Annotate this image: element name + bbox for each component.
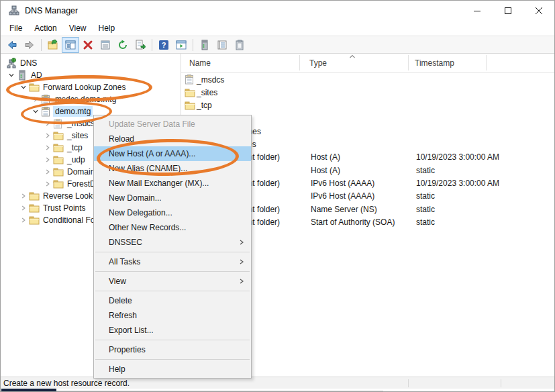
toolbar-refresh-button[interactable] (114, 37, 132, 53)
menubar-item-help[interactable]: Help (93, 21, 121, 35)
tree-item-label: AD (29, 70, 44, 81)
status-separator (408, 379, 409, 387)
tree-item-label: _udp (65, 154, 87, 165)
zone-icon (41, 94, 53, 105)
column-separator[interactable] (486, 55, 487, 70)
toolbar-delete-x-button[interactable] (79, 37, 97, 53)
menu-item-delete[interactable]: Delete (94, 293, 251, 308)
record-row[interactable]: _msdcs (181, 73, 554, 86)
menu-item-new-domain[interactable]: New Domain... (94, 191, 251, 205)
submenu-arrow-icon (239, 277, 244, 286)
folder-icon (53, 179, 65, 189)
zone-icon (53, 118, 65, 129)
folder-icon (185, 88, 195, 97)
collapse-chevron-icon[interactable] (6, 70, 17, 81)
menubar-item-action[interactable]: Action (28, 21, 62, 35)
expand-chevron-icon[interactable] (18, 215, 29, 226)
menubar-item-file[interactable]: File (3, 21, 28, 35)
expand-chevron-icon[interactable] (42, 154, 53, 165)
menu-item-update-server-data-file: Update Server Data File (94, 117, 251, 132)
menu-item-dnssec[interactable]: DNSSEC (94, 235, 251, 250)
tree-item-ad[interactable]: AD (6, 69, 181, 81)
expand-chevron-icon[interactable] (18, 203, 29, 213)
help-icon: ? (158, 40, 169, 50)
record-timestamp: static (409, 166, 435, 175)
record-type: Start of Authority (SOA) (301, 217, 409, 227)
menu-separator (95, 359, 250, 360)
menu-item-new-host-a-or-aaaa[interactable]: New Host (A or AAAA)... (94, 146, 251, 161)
record-type: IPv6 Host (AAAA) (301, 191, 409, 201)
menu-item-label: Delete (109, 296, 132, 305)
menu-item-new-mail-exchanger-mx[interactable]: New Mail Exchanger (MX)... (94, 176, 251, 191)
folder-icon (29, 203, 41, 213)
column-header-name[interactable]: Name (181, 54, 299, 72)
expand-chevron-icon[interactable] (42, 130, 53, 141)
menu-item-help[interactable]: Help (94, 362, 251, 377)
toolbar-record-list-button[interactable] (213, 37, 231, 53)
menu-item-new-delegation[interactable]: New Delegation... (94, 205, 251, 220)
record-timestamp: static (409, 217, 435, 227)
tree-item-label: DNS (18, 58, 39, 68)
menu-item-new-alias-cname[interactable]: New Alias (CNAME)... (94, 161, 251, 176)
server-icon (199, 40, 210, 50)
toolbar-properties-window-button[interactable] (97, 37, 114, 53)
toolbar-open-folder-button[interactable] (44, 37, 62, 53)
tree-item-label: _tcp (65, 142, 85, 153)
toolbar-clipboard-button[interactable] (231, 37, 248, 53)
show-console-tree-icon (65, 40, 76, 50)
toolbar-back-arrow-button[interactable] (3, 37, 21, 53)
expand-chevron-icon[interactable] (42, 166, 53, 177)
record-type: Host (A) (301, 166, 409, 175)
toolbar-help-button[interactable]: ? (155, 37, 172, 53)
folder-icon (53, 130, 65, 141)
expand-chevron-icon[interactable] (18, 191, 29, 201)
forward-arrow-icon (24, 40, 35, 50)
action-pane-icon (176, 40, 187, 50)
expand-chevron-icon[interactable] (30, 94, 41, 105)
menu-item-refresh[interactable]: Refresh (94, 308, 251, 323)
menu-item-view[interactable]: View (94, 274, 251, 289)
delete-x-icon (83, 40, 93, 50)
menu-item-reload[interactable]: Reload (94, 132, 251, 146)
folder-icon (29, 191, 41, 201)
record-name: _sites (195, 88, 301, 97)
expand-chevron-icon[interactable] (42, 142, 53, 153)
menu-separator (95, 271, 250, 272)
column-header-label: Timestamp (415, 58, 454, 68)
record-row[interactable]: _tcp (181, 99, 554, 112)
expand-chevron-icon[interactable] (42, 118, 53, 129)
toolbar-forward-arrow-button[interactable] (21, 37, 38, 53)
tree-item-dns[interactable]: DNS (6, 57, 181, 69)
toolbar-export-list-button[interactable] (132, 37, 149, 53)
tree-item-forward-lookup-zones[interactable]: Forward Lookup Zones (18, 81, 181, 93)
collapse-chevron-icon[interactable] (18, 82, 29, 93)
status-bar: Create a new host resource record. (1, 377, 554, 389)
menubar-item-view[interactable]: View (63, 21, 93, 35)
title-bar: DNS Manager (1, 1, 554, 21)
column-header-timestamp[interactable]: Timestamp (408, 54, 486, 72)
record-type: IPv6 Host (AAAA) (301, 179, 409, 188)
expand-chevron-icon[interactable] (42, 179, 53, 189)
toolbar-action-pane-button[interactable] (172, 37, 190, 53)
toolbar-server-button[interactable] (196, 37, 213, 53)
menu-item-label: All Tasks (109, 257, 140, 266)
open-folder-icon (48, 40, 58, 50)
maximize-icon (505, 7, 512, 15)
record-row[interactable]: _sites (181, 86, 554, 99)
record-list-icon (217, 40, 228, 50)
collapse-chevron-icon[interactable] (30, 106, 41, 117)
column-separator[interactable] (408, 55, 409, 70)
zone-icon (41, 106, 53, 117)
close-button[interactable] (523, 1, 554, 21)
column-separator[interactable] (299, 55, 300, 70)
menu-item-other-new-records[interactable]: Other New Records... (94, 220, 251, 235)
maximize-button[interactable] (493, 1, 523, 21)
status-separator (501, 379, 501, 387)
tree-item-msdcs-demo-mtg[interactable]: msdcs.demo.mtg (30, 93, 181, 105)
menu-item-export-list[interactable]: Export List... (94, 323, 251, 338)
menu-item-properties[interactable]: Properties (94, 342, 251, 357)
minimize-button[interactable] (462, 1, 493, 21)
toolbar-show-console-tree-button[interactable] (62, 37, 79, 53)
menu-item-all-tasks[interactable]: All Tasks (94, 254, 251, 269)
menu-item-label: Refresh (109, 311, 137, 320)
